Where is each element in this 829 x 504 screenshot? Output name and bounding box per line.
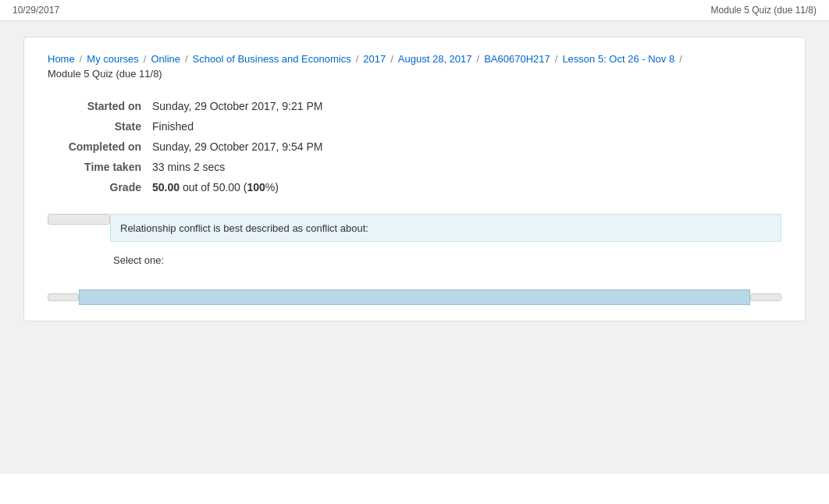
question-text: Relationship conflict is best described … (120, 222, 368, 234)
started-on-value: Sunday, 29 October 2017, 9:21 PM (152, 97, 780, 115)
bottom-bar (48, 282, 781, 305)
info-row-started: Started on Sunday, 29 October 2017, 9:21… (49, 97, 780, 115)
grade-number: 50.00 (152, 181, 180, 193)
select-one-text: Select one: (113, 254, 164, 266)
state-value: Finished (152, 117, 780, 136)
bottom-content-bar (79, 289, 750, 305)
breadcrumb-sep-3: / (185, 53, 188, 65)
grade-suffix: %) (265, 181, 279, 193)
grade-label: Grade (49, 178, 151, 197)
date-display: 10/29/2017 (12, 5, 59, 16)
bottom-number-right (750, 293, 781, 301)
quiz-info-table: Started on Sunday, 29 October 2017, 9:21… (48, 95, 781, 198)
completed-on-label: Completed on (49, 137, 151, 156)
completed-on-value: Sunday, 29 October 2017, 9:54 PM (152, 137, 780, 156)
breadcrumb-current: Module 5 Quiz (due 11/8) (48, 68, 162, 80)
breadcrumb-date[interactable]: August 28, 2017 (398, 53, 472, 65)
grade-value: 50.00 out of 50.00 (100%) (152, 178, 780, 197)
breadcrumb-mycourses[interactable]: My courses (87, 53, 138, 65)
breadcrumb-sep-1: / (80, 53, 83, 65)
question-number-box (48, 214, 110, 225)
breadcrumb-year[interactable]: 2017 (363, 53, 386, 65)
breadcrumb-sep-7: / (555, 53, 558, 65)
breadcrumb-sep-8: / (679, 53, 682, 65)
breadcrumb-lesson[interactable]: Lesson 5: Oct 26 - Nov 8 (562, 53, 674, 65)
breadcrumb-sep-4: / (356, 53, 359, 65)
breadcrumb-home[interactable]: Home (48, 53, 75, 65)
started-on-label: Started on (49, 97, 151, 115)
info-row-grade: Grade 50.00 out of 50.00 (100%) (49, 178, 780, 197)
breadcrumb-sep-5: / (390, 53, 393, 65)
select-one-label: Select one: (48, 254, 781, 266)
breadcrumb-sep-6: / (477, 53, 480, 65)
question-row: Relationship conflict is best described … (48, 214, 781, 242)
question-section: Relationship conflict is best described … (48, 214, 781, 266)
grade-out-of: out of 50.00 ( (183, 181, 247, 193)
top-bar: 10/29/2017 Module 5 Quiz (due 11/8) (0, 0, 829, 21)
breadcrumb-school[interactable]: School of Business and Economics (193, 53, 351, 65)
time-taken-value: 33 mins 2 secs (152, 158, 780, 176)
breadcrumb: Home / My courses / Online / School of B… (48, 53, 781, 80)
state-label: State (49, 117, 151, 136)
content-card: Home / My courses / Online / School of B… (23, 37, 806, 321)
info-row-completed: Completed on Sunday, 29 October 2017, 9:… (49, 137, 780, 156)
grade-percent: 100 (247, 181, 265, 193)
main-content: Home / My courses / Online / School of B… (0, 21, 829, 474)
bottom-number-left (48, 293, 79, 301)
time-taken-label: Time taken (49, 158, 151, 176)
breadcrumb-sep-2: / (144, 53, 147, 65)
info-row-state: State Finished (49, 117, 780, 136)
breadcrumb-course-code[interactable]: BA60670H217 (484, 53, 550, 65)
question-text-box: Relationship conflict is best described … (110, 214, 781, 242)
quiz-title-display: Module 5 Quiz (due 11/8) (711, 5, 817, 16)
info-row-time: Time taken 33 mins 2 secs (49, 158, 780, 176)
breadcrumb-online[interactable]: Online (151, 53, 180, 65)
